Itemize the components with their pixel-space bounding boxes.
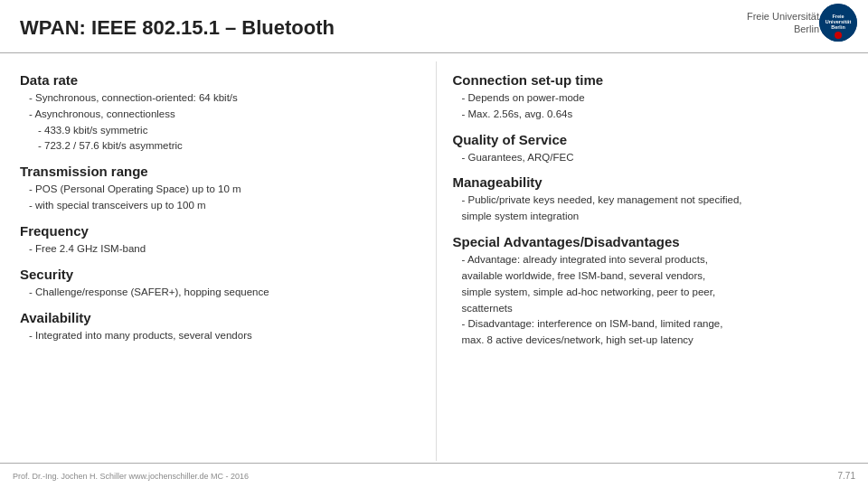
content-area: Data rate - Synchronous, connection-orie… — [0, 61, 868, 461]
body-advantages: - Advantage: already integrated into sev… — [453, 252, 851, 349]
right-column: Connection set-up time - Depends on powe… — [437, 61, 869, 461]
university-logo: Freie Universität Berlin — [819, 4, 857, 42]
heading-manageability: Manageability — [453, 174, 851, 190]
heading-qos: Quality of Service — [453, 132, 851, 147]
heading-advantages: Special Advantages/Disadvantages — [453, 234, 851, 249]
logo-text: Freie Universität Berlin — [747, 10, 819, 36]
heading-security: Security — [20, 267, 418, 282]
body-manageability: - Public/private keys needed, key manage… — [453, 192, 851, 225]
body-data-rate: - Synchronous, connection-oriented: 64 k… — [20, 90, 418, 155]
heading-connection-setup: Connection set-up time — [453, 72, 851, 88]
svg-point-4 — [835, 32, 842, 39]
logo-area: Freie Universität Berlin Freie Universit… — [687, 0, 868, 45]
left-column: Data rate - Synchronous, connection-orie… — [0, 61, 437, 461]
body-transmission-range: - POS (Personal Operating Space) up to 1… — [20, 182, 418, 214]
heading-availability: Availability — [20, 310, 418, 325]
svg-text:Berlin: Berlin — [831, 24, 845, 30]
title-divider — [0, 52, 868, 53]
body-security: - Challenge/response (SAFER+), hopping s… — [20, 285, 418, 301]
body-connection-setup: - Depends on power-mode - Max. 2.56s, av… — [453, 90, 851, 123]
heading-frequency: Frequency — [20, 223, 418, 239]
heading-transmission-range: Transmission range — [20, 164, 418, 179]
footer: Prof. Dr.-Ing. Jochen H. Schiller www.jo… — [0, 463, 868, 488]
footer-page-number: 7.71 — [838, 471, 855, 481]
heading-data-rate: Data rate — [20, 72, 418, 88]
body-frequency: - Free 2.4 GHz ISM-band — [20, 241, 418, 258]
page-title: WPAN: IEEE 802.15.1 – Bluetooth — [20, 16, 335, 40]
body-availability: - Integrated into many products, several… — [20, 328, 418, 344]
body-qos: - Guarantees, ARQ/FEC — [453, 150, 851, 166]
footer-left-text: Prof. Dr.-Ing. Jochen H. Schiller www.jo… — [13, 472, 249, 481]
